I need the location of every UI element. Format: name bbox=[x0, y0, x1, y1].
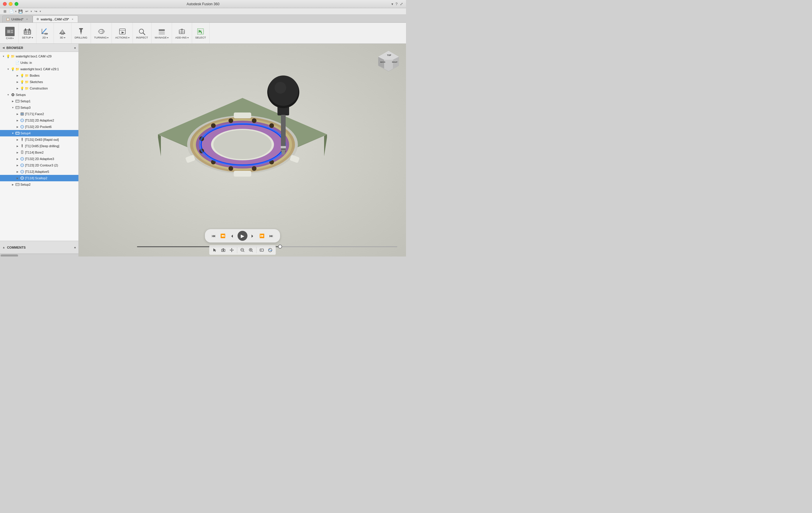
2d-button[interactable]: 2D 2D bbox=[38, 27, 51, 40]
expand-contour3[interactable]: ▶ bbox=[15, 163, 20, 168]
tab-cam[interactable]: ⚙ watertig...CAM v29* × bbox=[33, 16, 78, 23]
scrubber-handle[interactable] bbox=[278, 245, 282, 249]
minimize-button[interactable] bbox=[9, 2, 12, 6]
undo-dropdown[interactable]: ▾ bbox=[31, 10, 32, 13]
comments-options[interactable]: ● bbox=[74, 246, 76, 250]
dropdown-arrow[interactable]: ▾ bbox=[15, 10, 17, 13]
redo-button[interactable]: ↪ bbox=[33, 9, 38, 14]
expand-adaptive5[interactable]: ▶ bbox=[15, 169, 20, 174]
expand-bodies[interactable]: ▶ bbox=[15, 73, 20, 78]
tree-scallop2[interactable]: ▶ [T118] Scallop2 bbox=[0, 175, 79, 181]
view-cube[interactable]: TOP RIGHT BACK bbox=[377, 50, 400, 73]
addins-button[interactable]: ADD-INS bbox=[174, 27, 190, 40]
fast-rewind-button[interactable]: ⏪ bbox=[219, 232, 227, 240]
browser-options[interactable]: ● bbox=[74, 46, 76, 50]
tree-root[interactable]: ▼ 💡 📁 watertight box1 CAM v29 bbox=[0, 53, 79, 59]
step-forward-button[interactable]: ⏵ bbox=[249, 232, 257, 240]
expand-scallop2[interactable]: ▶ bbox=[15, 176, 20, 180]
expand-adaptive2[interactable]: ▶ bbox=[15, 118, 20, 123]
tree-setup2[interactable]: ▶ Setup2 bbox=[0, 181, 79, 188]
undo-button[interactable]: ↩ bbox=[24, 9, 29, 14]
dropdown-icon[interactable]: ▾ bbox=[392, 2, 393, 6]
select-label: SELECT bbox=[195, 36, 206, 39]
construction-folder-icon: 📁 bbox=[25, 86, 29, 91]
expand-setup4[interactable]: ▼ bbox=[10, 131, 15, 136]
tree-face2[interactable]: ▶ [T171] Face2 bbox=[0, 111, 79, 117]
maximize-button[interactable] bbox=[14, 2, 18, 6]
play-button[interactable]: ▶ bbox=[237, 231, 248, 241]
expand-face2[interactable]: ▶ bbox=[15, 112, 20, 116]
save-button[interactable]: 💾 bbox=[18, 9, 23, 14]
select-button[interactable]: SELECT bbox=[194, 27, 207, 40]
zoom-out-button[interactable] bbox=[239, 246, 246, 254]
viewport[interactable]: TOP RIGHT BACK ⏮ ⏪ ⏴ ▶ ⏵ ⏩ ⏭ bbox=[79, 44, 406, 256]
window-controls[interactable] bbox=[3, 2, 18, 6]
skip-to-start-button[interactable]: ⏮ bbox=[209, 232, 218, 240]
tree-units[interactable]: 📄 Units: in bbox=[0, 59, 79, 66]
tree-drill5[interactable]: ▶ [T1] Drill5 [Deep drilling] bbox=[0, 143, 79, 149]
expand-pocket6[interactable]: ▶ bbox=[15, 124, 20, 129]
skip-to-end-button[interactable]: ⏭ bbox=[267, 232, 276, 240]
tree-setup3[interactable]: ▼ Setup3 bbox=[0, 104, 79, 111]
cam-button[interactable]: CAM▾ bbox=[3, 26, 16, 40]
tree-adaptive5[interactable]: ▶ [T112] Adaptive5 bbox=[0, 169, 79, 175]
tree-bodies[interactable]: ▶ 💡 📁 Bodies bbox=[0, 72, 79, 79]
title-right-controls[interactable]: ▾ ? ⤢ bbox=[392, 2, 403, 6]
comments-collapse-icon[interactable]: ▲ bbox=[2, 246, 5, 249]
visual-style-button[interactable] bbox=[266, 246, 274, 254]
expand-setup3[interactable]: ▼ bbox=[10, 105, 15, 110]
expand-drill5[interactable]: ▶ bbox=[15, 144, 20, 148]
tree-setups[interactable]: ▼ ⚙ Setups bbox=[0, 91, 79, 98]
tree-contour3[interactable]: ▶ [T123] 2D Contour3 (2) bbox=[0, 162, 79, 169]
tree-setup1[interactable]: ▶ Setup1 bbox=[0, 98, 79, 104]
tree-adaptive3[interactable]: ▶ [T132] 2D Adaptive3 bbox=[0, 155, 79, 162]
setup-button[interactable]: SETUP bbox=[21, 27, 34, 40]
browser-back-arrow[interactable]: ◀ bbox=[2, 46, 5, 49]
tree-cam-node[interactable]: ▼ 💡 📁 watertight box1 CAM v29:1 bbox=[0, 66, 79, 72]
drilling-button[interactable]: DRILLING bbox=[73, 27, 89, 40]
pan-button[interactable] bbox=[228, 246, 235, 254]
sidebar-scrollbar[interactable] bbox=[0, 254, 79, 256]
actions-button[interactable]: ACTIONS bbox=[114, 27, 130, 40]
expand-adaptive3[interactable]: ▶ bbox=[15, 156, 20, 161]
expand-cam-node[interactable]: ▼ bbox=[6, 67, 10, 72]
expand-sketches[interactable]: ▶ bbox=[15, 80, 20, 84]
expand-icon[interactable]: ⤢ bbox=[400, 2, 403, 6]
tree-sketches[interactable]: ▶ 💡 📁 Sketches bbox=[0, 79, 79, 85]
step-back-button[interactable]: ⏴ bbox=[228, 232, 236, 240]
redo-dropdown[interactable]: ▾ bbox=[40, 10, 41, 13]
grid-button[interactable]: ⊞ bbox=[2, 9, 7, 14]
turning-button[interactable]: TURNING bbox=[93, 27, 110, 40]
camera-button[interactable] bbox=[220, 246, 227, 254]
tree-pocket6[interactable]: ▶ [T132] 2D Pocket6 bbox=[0, 123, 79, 130]
help-button[interactable]: ? bbox=[396, 2, 398, 6]
tree-construction[interactable]: ▶ 💡 📁 Construction bbox=[0, 85, 79, 91]
expand-construction[interactable]: ▶ bbox=[15, 86, 20, 91]
3d-button[interactable]: 3D 3D bbox=[56, 27, 69, 40]
tree-bore2[interactable]: ▶ [T114] Bore2 bbox=[0, 149, 79, 155]
tree-setup4[interactable]: ▼ Setup4 bbox=[0, 130, 79, 136]
tree-adaptive2[interactable]: ▶ [T132] 2D Adaptive2 bbox=[0, 117, 79, 123]
tab-untitled-close[interactable]: × bbox=[25, 18, 29, 21]
close-button[interactable] bbox=[3, 2, 7, 6]
inspect-button[interactable]: INSPECT bbox=[135, 27, 149, 40]
expand-root[interactable]: ▼ bbox=[1, 54, 6, 59]
expand-bore2[interactable]: ▶ bbox=[15, 150, 20, 155]
tree-drill3[interactable]: ▶ [T131] Drill3 [Rapid out] bbox=[0, 136, 79, 143]
new-file-button[interactable]: 📄 bbox=[9, 9, 14, 14]
expand-setup2[interactable]: ▶ bbox=[10, 182, 15, 187]
zoom-in-button[interactable] bbox=[247, 246, 255, 254]
display-mode-button[interactable] bbox=[258, 246, 265, 254]
expand-setups[interactable]: ▼ bbox=[6, 92, 10, 97]
manage-button[interactable]: MANAGE bbox=[153, 27, 170, 40]
tree-root-label: watertight box1 CAM v29 bbox=[16, 55, 52, 58]
tab-untitled[interactable]: 📋 Untitled* × bbox=[2, 16, 33, 23]
svg-rect-41 bbox=[16, 132, 19, 134]
svg-rect-23 bbox=[158, 29, 165, 31]
expand-setup1[interactable]: ▶ bbox=[10, 99, 15, 104]
cursor-tool-button[interactable] bbox=[211, 246, 219, 254]
fast-forward-button[interactable]: ⏩ bbox=[258, 232, 266, 240]
scrollbar-thumb[interactable] bbox=[1, 254, 18, 257]
expand-drill3[interactable]: ▶ bbox=[15, 137, 20, 142]
tab-cam-close[interactable]: × bbox=[71, 18, 74, 21]
